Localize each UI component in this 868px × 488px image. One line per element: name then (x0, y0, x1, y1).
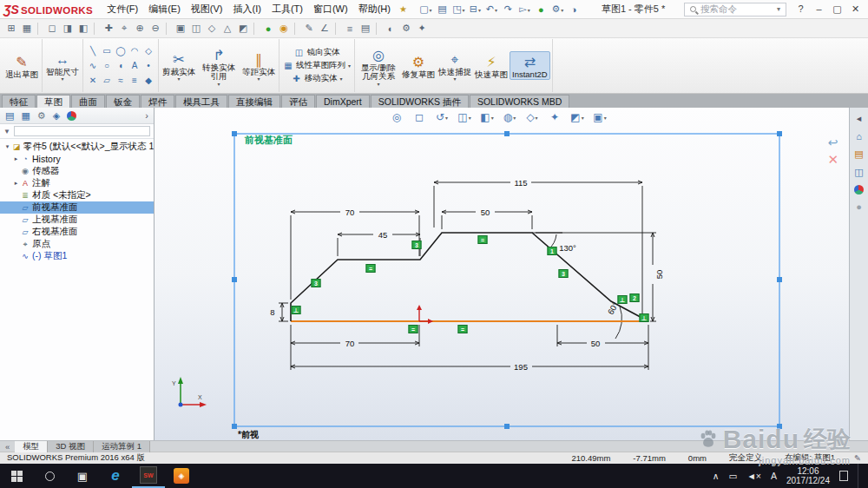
filter-icon[interactable]: ▼ (3, 128, 10, 135)
toolbar-icon[interactable]: ✎ (302, 23, 316, 34)
quick-tool-icon[interactable]: ▤ (434, 3, 450, 15)
tray-icon[interactable]: ∧ (713, 471, 720, 481)
tree-item[interactable]: ▸ A 注解 (0, 177, 154, 189)
quick-tool-icon[interactable]: ⊟ (467, 3, 483, 15)
dimension-label[interactable]: 45 (378, 230, 388, 240)
panel-tab-icon[interactable]: ◈ (53, 110, 60, 122)
toolbar-icon[interactable]: ≡ (343, 23, 357, 34)
ribbon-button[interactable]: ∥ 等距实体 (240, 49, 277, 82)
toolbar-icon[interactable] (294, 23, 299, 35)
model-tab[interactable]: 模型 (15, 441, 48, 452)
toolbar-icon[interactable]: ⊕ (133, 23, 147, 34)
toolbar-icon[interactable]: ⊞ (4, 23, 18, 34)
app-button-3[interactable]: ◈ (165, 464, 198, 488)
constraint-badge[interactable]: ⊥ (618, 295, 628, 304)
graphics-viewport[interactable]: Y X ◎◻↺◫◧◍◇✦◩▣ 前视基准面 *前视 115705045130°50… (155, 108, 849, 440)
notification-center-icon[interactable] (839, 471, 848, 481)
toolbar-icon[interactable] (94, 23, 98, 35)
tree-expand-arrow[interactable]: ▸ (12, 155, 20, 162)
cancel-sketch-icon[interactable]: ✕ (827, 152, 838, 168)
toolbar-icon[interactable]: ◫ (189, 23, 203, 34)
sketch-entity-icon[interactable]: ◯ (114, 46, 128, 56)
panel-tab-icon[interactable]: ▤ (5, 110, 14, 122)
ribbon-tab[interactable]: 特征 (2, 95, 36, 108)
menu-item[interactable]: 插入(I) (228, 0, 266, 18)
menu-item[interactable]: 工具(T) (266, 0, 308, 18)
task-pane-icon[interactable]: ● (856, 201, 862, 212)
sketch-entity-icon[interactable]: ◆ (141, 76, 155, 85)
constraint-badge[interactable]: = (478, 235, 488, 244)
ribbon-tab[interactable]: SOLIDWORKS MBD (470, 95, 569, 108)
pin-icon[interactable]: ★ (399, 4, 407, 14)
chevron-down-icon[interactable]: ▾ (777, 5, 780, 13)
model-tab[interactable]: 运动算例 1 (94, 441, 150, 452)
toolbar-icon[interactable]: ◨ (61, 23, 75, 34)
ribbon-button[interactable]: ◎ 显示/删除几何关系 (357, 45, 400, 87)
toolbar-icon[interactable] (253, 23, 258, 35)
tray-icon[interactable]: ▭ (728, 471, 737, 481)
quick-tool-icon[interactable]: ▻ (516, 3, 533, 15)
ribbon-tab[interactable]: SOLIDWORKS 插件 (371, 95, 469, 108)
sketch-entity-icon[interactable]: ╲ (86, 46, 100, 56)
toolbar-icon[interactable]: ◩ (236, 23, 250, 34)
view-tool-icon[interactable]: ◎ (387, 109, 406, 125)
ribbon-tab[interactable]: 焊件 (141, 95, 174, 108)
view-tool-icon[interactable]: ◧ (477, 109, 496, 125)
toolbar-icon[interactable]: ⊖ (148, 23, 162, 34)
sketch-entity-icon[interactable]: ≈ (114, 76, 128, 85)
tree-item[interactable]: ▱ 上视基准面 (0, 214, 154, 226)
toolbar-icon[interactable]: ✦ (415, 23, 429, 34)
quick-tool-icon[interactable]: ▢ (418, 3, 434, 15)
sketch-origin[interactable] (417, 305, 433, 324)
ribbon-tab[interactable]: 评估 (281, 95, 315, 108)
view-tool-icon[interactable]: ◇ (523, 109, 542, 125)
panel-tab-icon[interactable]: ▦ (21, 110, 30, 122)
ribbon-tab[interactable]: 直接编辑 (228, 95, 280, 108)
toolbar-icon[interactable]: ✚ (102, 23, 115, 34)
ribbon-button[interactable]: ⚙ 修复草图 (400, 52, 437, 80)
ribbon-tab[interactable]: 草图 (36, 95, 70, 108)
dimension-label[interactable]: 50 (481, 208, 490, 217)
constraint-badge[interactable]: ⊥ (292, 306, 301, 314)
model-tab[interactable]: 3D 视图 (48, 441, 94, 452)
tray-icon[interactable]: ◄× (746, 471, 761, 481)
dimension-label[interactable]: 70 (345, 339, 355, 348)
help-button[interactable]: ? (792, 3, 810, 15)
sketch-profile[interactable] (291, 233, 648, 321)
sketch-entity-icon[interactable]: ▭ (100, 46, 114, 56)
menu-item[interactable]: 帮助(H) (353, 0, 396, 18)
panel-tab-icon[interactable] (67, 111, 76, 121)
ribbon-small-button[interactable]: ✚ 移动实体 (292, 73, 343, 85)
view-tool-icon[interactable]: ▣ (590, 109, 609, 125)
task-pane-icon[interactable]: ◫ (854, 167, 863, 178)
sketch-canvas[interactable]: Y X (155, 108, 849, 440)
smart-dimension-button[interactable]: ↔ 智能尺寸 (44, 49, 81, 82)
tab-scroll-icon[interactable]: « (0, 442, 15, 452)
constraint-badge[interactable]: 3 (412, 241, 422, 249)
toolbar-icon[interactable]: ▤ (358, 23, 372, 34)
exit-sketch-button[interactable]: ✎ 退出草图 (3, 52, 40, 80)
dimension-label[interactable]: 50 (654, 270, 664, 280)
toolbar-icon[interactable]: ● (261, 23, 275, 34)
toolbar-icon[interactable] (376, 23, 380, 35)
menu-item[interactable]: 文件(F) (102, 0, 143, 18)
ribbon-button[interactable]: ⇄ Instant2D (510, 51, 550, 81)
constraint-badge[interactable]: = (458, 325, 468, 333)
toolbar-icon[interactable]: ⚙ (399, 23, 413, 34)
sketch-entity-icon[interactable]: • (141, 61, 155, 70)
toolbar-icon[interactable]: ▣ (174, 23, 187, 34)
toolbar-icon[interactable]: ∠ (318, 23, 332, 34)
panel-expand-chevron[interactable]: › (145, 110, 148, 121)
ribbon-tab[interactable]: 模具工具 (175, 95, 227, 108)
sketch-entity-icon[interactable]: ◇ (141, 46, 155, 56)
sketch-entity-icon[interactable]: ▱ (100, 76, 114, 85)
tree-item[interactable]: ▾ ◪ 零件5 (默认<<默认>_显示状态 1>) (0, 141, 154, 153)
ribbon-small-button[interactable]: ▦ 线性草图阵列 (283, 60, 351, 72)
tree-item[interactable]: ▸ ◔ History (0, 153, 154, 165)
start-button[interactable] (0, 464, 33, 488)
ribbon-tab[interactable]: 曲面 (71, 95, 105, 108)
edge-app-button[interactable]: e (99, 464, 132, 488)
ribbon-button[interactable]: ✂ 剪裁实体 (161, 49, 197, 82)
toolbar-icon[interactable]: ◇ (205, 23, 219, 34)
menu-item[interactable]: 视图(V) (186, 0, 228, 18)
